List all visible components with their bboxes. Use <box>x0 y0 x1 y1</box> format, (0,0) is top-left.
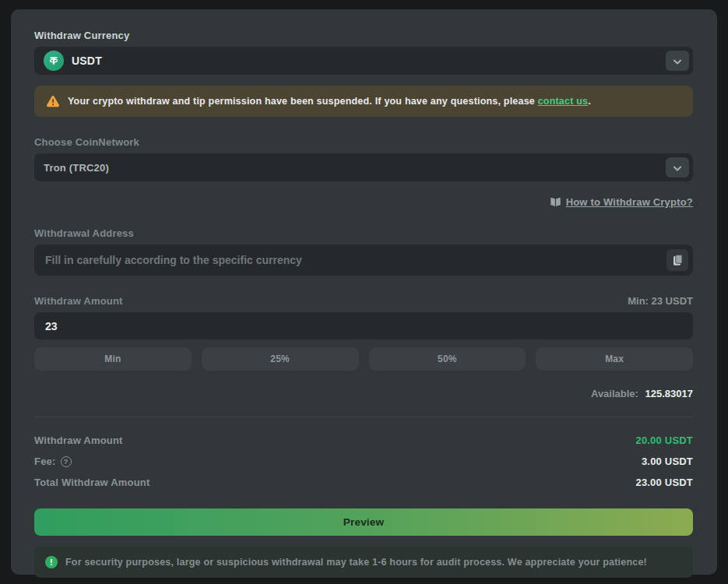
summary-withdraw-label: Withdraw Amount <box>34 434 123 446</box>
warning-text: Your crypto withdraw and tip permission … <box>68 96 591 107</box>
summary-fee-value: 3.00 USDT <box>642 456 693 467</box>
currency-dropdown-button[interactable] <box>666 51 689 71</box>
contact-us-link[interactable]: contact us <box>538 96 589 107</box>
suspension-warning-banner: Your crypto withdraw and tip permission … <box>34 86 693 117</box>
chevron-down-icon <box>673 55 681 67</box>
amount-min-hint: Min: 23 USDT <box>628 295 693 307</box>
network-value: Tron (TRC20) <box>44 162 109 174</box>
summary-row-fee: Fee: ? 3.00 USDT <box>34 451 693 472</box>
tether-icon <box>44 51 64 71</box>
summary-total-label: Total Withdraw Amount <box>34 477 150 488</box>
amount-label-row: Withdraw Amount Min: 23 USDT <box>34 295 693 307</box>
summary-total-value: 23.00 USDT <box>635 477 693 488</box>
address-input[interactable] <box>44 253 666 267</box>
network-label: Choose CoinNetwork <box>34 136 693 148</box>
amount-input[interactable] <box>44 319 688 333</box>
amount-input-wrap <box>34 312 693 339</box>
withdraw-panel: Withdraw Currency USDT Your cryp <box>11 9 717 575</box>
summary-fee-label: Fee: <box>34 456 56 467</box>
available-value: 125.83017 <box>645 388 693 399</box>
info-exclamation-icon: ! <box>45 556 58 568</box>
available-row: Available: 125.83017 <box>34 388 693 399</box>
summary-section: Withdraw Amount 20.00 USDT Fee: ? 3.00 U… <box>34 430 693 493</box>
help-row: How to Withdraw Crypto? <box>34 196 693 208</box>
security-notice-banner: ! For security purposes, large or suspic… <box>34 547 693 578</box>
book-icon <box>550 197 561 207</box>
min-button[interactable]: Min <box>34 347 192 371</box>
address-label: Withdrawal Address <box>34 227 693 239</box>
fee-help-icon[interactable]: ? <box>61 456 72 467</box>
security-notice-text: For security purposes, large or suspicio… <box>65 557 647 568</box>
divider <box>34 417 693 417</box>
amount-label: Withdraw Amount <box>34 295 123 307</box>
summary-row-withdraw-amount: Withdraw Amount 20.00 USDT <box>34 430 693 451</box>
currency-label: Withdraw Currency <box>34 30 693 41</box>
paste-button[interactable] <box>666 249 688 271</box>
network-dropdown-button[interactable] <box>666 157 689 178</box>
max-button[interactable]: Max <box>536 347 693 371</box>
network-select[interactable]: Tron (TRC20) <box>34 153 693 181</box>
clipboard-icon <box>673 255 683 266</box>
summary-withdraw-value: 20.00 USDT <box>635 434 693 446</box>
how-to-withdraw-link[interactable]: How to Withdraw Crypto? <box>566 196 693 208</box>
pct-25-button[interactable]: 25% <box>202 347 359 371</box>
quick-amount-row: Min 25% 50% Max <box>34 347 693 371</box>
available-label: Available: <box>591 388 638 399</box>
address-input-wrap <box>34 245 693 276</box>
summary-row-total: Total Withdraw Amount 23.00 USDT <box>34 472 693 493</box>
currency-select[interactable]: USDT <box>34 47 693 75</box>
warning-triangle-icon <box>46 95 60 107</box>
preview-button[interactable]: Preview <box>34 508 693 536</box>
currency-value: USDT <box>72 55 102 67</box>
pct-50-button[interactable]: 50% <box>369 347 526 371</box>
chevron-down-icon <box>673 162 681 174</box>
